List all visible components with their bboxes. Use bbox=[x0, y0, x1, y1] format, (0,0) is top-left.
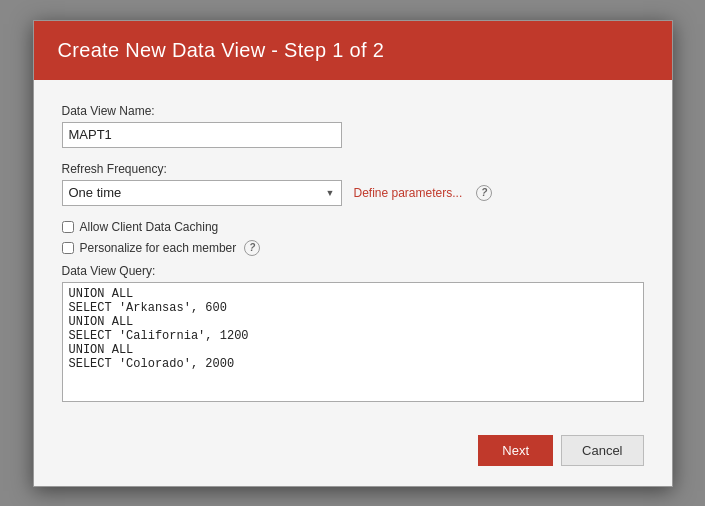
refresh-frequency-wrapper: One time Daily Weekly Monthly bbox=[62, 180, 342, 206]
define-params-link[interactable]: Define parameters... bbox=[354, 186, 463, 200]
data-view-name-group: Data View Name: bbox=[62, 104, 644, 148]
refresh-frequency-row: One time Daily Weekly Monthly Define par… bbox=[62, 180, 644, 206]
data-view-name-label: Data View Name: bbox=[62, 104, 644, 118]
query-label: Data View Query: bbox=[62, 264, 644, 278]
refresh-frequency-select[interactable]: One time Daily Weekly Monthly bbox=[62, 180, 342, 206]
personalize-help-icon[interactable]: ? bbox=[244, 240, 260, 256]
data-view-name-input[interactable] bbox=[62, 122, 342, 148]
allow-caching-row: Allow Client Data Caching bbox=[62, 220, 644, 234]
personalize-checkbox[interactable] bbox=[62, 242, 74, 254]
refresh-frequency-group: Refresh Frequency: One time Daily Weekly… bbox=[62, 162, 644, 206]
next-button[interactable]: Next bbox=[478, 435, 553, 466]
cancel-button[interactable]: Cancel bbox=[561, 435, 643, 466]
create-data-view-dialog: Create New Data View - Step 1 of 2 Data … bbox=[33, 20, 673, 487]
dialog-header: Create New Data View - Step 1 of 2 bbox=[34, 21, 672, 80]
allow-caching-checkbox[interactable] bbox=[62, 221, 74, 233]
personalize-row: Personalize for each member ? bbox=[62, 240, 644, 256]
define-params-help-icon[interactable]: ? bbox=[476, 185, 492, 201]
dialog-body: Data View Name: Refresh Frequency: One t… bbox=[34, 80, 672, 421]
dialog-footer: Next Cancel bbox=[34, 421, 672, 486]
personalize-label: Personalize for each member bbox=[80, 241, 237, 255]
allow-caching-label: Allow Client Data Caching bbox=[80, 220, 219, 234]
refresh-frequency-label: Refresh Frequency: bbox=[62, 162, 644, 176]
query-textarea[interactable]: UNION ALL SELECT 'Arkansas', 600 UNION A… bbox=[62, 282, 644, 402]
dialog-title: Create New Data View - Step 1 of 2 bbox=[58, 39, 648, 62]
